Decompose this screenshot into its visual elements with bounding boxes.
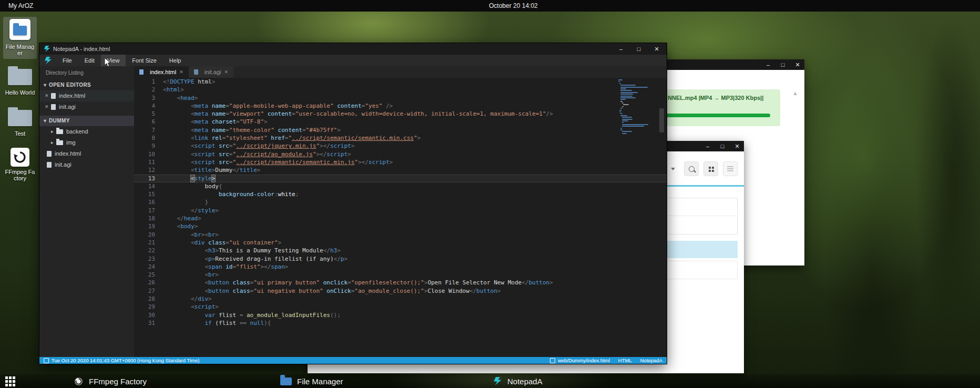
taskbar: FFmpeg Factory File Manager NotepadA xyxy=(0,374,980,388)
folder-icon xyxy=(8,69,32,85)
menu-edit[interactable]: Edit xyxy=(78,55,101,66)
close-button[interactable]: ✕ xyxy=(794,62,801,68)
code-line[interactable]: 11 <script src="../script/semantic/seman… xyxy=(134,158,667,166)
close-icon[interactable]: ✕ xyxy=(45,101,51,113)
launcher-grid-icon xyxy=(5,376,15,386)
minimize-button[interactable]: – xyxy=(617,46,625,52)
tree-item-folder[interactable]: ▸img xyxy=(39,137,134,148)
chevron-right-icon: ▸ xyxy=(51,126,56,137)
code-line[interactable]: 22 <h3>This is a Dummy Testing Module</h… xyxy=(134,247,667,254)
close-icon[interactable]: ✕ xyxy=(179,69,183,75)
section-open-editors[interactable]: ▾OPEN EDITORS xyxy=(39,80,134,90)
chevron-right-icon: ▸ xyxy=(51,137,56,148)
tree-item-file[interactable]: init.agi xyxy=(39,159,134,170)
taskbar-item-file-manager[interactable]: File Manager xyxy=(280,374,343,388)
desktop-icon-ffmpeg-factory[interactable]: FFmpeg Factory xyxy=(3,148,37,181)
minimize-button[interactable]: – xyxy=(764,62,772,68)
code-line[interactable]: 24 <span id="flist"></span> xyxy=(134,263,667,271)
editor-scrollbar[interactable] xyxy=(659,108,664,132)
open-editor-item[interactable]: ✕init.agi xyxy=(39,101,134,113)
maximize-button[interactable]: □ xyxy=(635,46,642,52)
tab-label: init.agi xyxy=(205,69,221,75)
scroll-up-icon[interactable]: ▲ xyxy=(792,90,798,96)
desktop-icon-label: Test xyxy=(4,130,36,137)
code-line[interactable]: 3 <head> xyxy=(134,94,667,102)
close-button[interactable]: ✕ xyxy=(733,143,741,150)
section-project-dummy[interactable]: ▾DUMMY xyxy=(39,116,134,126)
menu-help[interactable]: Help xyxy=(163,55,188,66)
code-line[interactable]: 1<!DOCTYPE html> xyxy=(134,78,667,86)
app-launcher-button[interactable] xyxy=(5,374,15,388)
tab-init-agi[interactable]: init.agi ✕ xyxy=(189,66,233,78)
code-line[interactable]: 27 <button class="ui negative button" on… xyxy=(134,287,667,295)
status-datetime: Tue Oct 20 2020 14:01:43 GMT+0800 (Hong … xyxy=(44,358,199,363)
code-line[interactable]: 23 <p>Received drag-in filelist (if any)… xyxy=(134,255,667,263)
code-line[interactable]: 6 <meta charset="UTF-8"> xyxy=(134,118,667,126)
tree-item-file[interactable]: index.html xyxy=(39,148,134,159)
open-editor-item[interactable]: ✕index.html xyxy=(39,90,134,101)
aroz-brand[interactable]: My ArOZ xyxy=(8,0,33,12)
folder-icon xyxy=(56,129,63,134)
maximize-button[interactable]: □ xyxy=(779,62,787,68)
taskbar-item-ffmpeg-factory[interactable]: FFmpeg Factory xyxy=(74,374,147,388)
code-line[interactable]: 17 </style> xyxy=(134,207,667,215)
minimap[interactable] xyxy=(618,79,649,135)
code-line[interactable]: 10 <script src="../script/ao_module.js">… xyxy=(134,150,667,158)
chevron-down-icon[interactable] xyxy=(671,168,675,170)
code-line[interactable]: 2<html> xyxy=(134,86,667,94)
file-icon xyxy=(550,358,555,363)
close-icon[interactable]: ✕ xyxy=(224,69,228,75)
code-line[interactable]: 15 background-color:white; xyxy=(134,190,667,198)
code-line[interactable]: 4 <meta name="apple-mobile-web-app-capab… xyxy=(134,102,667,110)
code-line[interactable]: 5 <meta name="viewport" content="user-sc… xyxy=(134,110,667,118)
grid-view-button[interactable] xyxy=(703,161,718,176)
code-editor[interactable]: 1<!DOCTYPE html>2<html>3 <head>4 <meta n… xyxy=(134,78,667,357)
code-line[interactable]: 13 <style> xyxy=(134,175,667,182)
menu-file[interactable]: File xyxy=(56,55,78,66)
notepada-logo-icon xyxy=(44,56,52,65)
code-line[interactable]: 31 if (flist == null){ xyxy=(134,319,667,327)
open-editor-label: init.agi xyxy=(59,101,76,113)
code-line[interactable]: 16 } xyxy=(134,198,667,206)
desktop-icon-hello-world[interactable]: Hello World xyxy=(3,66,37,96)
folder-icon xyxy=(56,140,63,145)
code-line[interactable]: 7 <meta name="theme-color" content="#4b7… xyxy=(134,126,667,134)
notepada-titlebar[interactable]: NotepadA - index.html – □ ✕ xyxy=(39,43,667,55)
code-line[interactable]: 18 </head> xyxy=(134,215,667,222)
code-line[interactable]: 29 <script> xyxy=(134,303,667,311)
tab-bar: index.html ✕ init.agi ✕ xyxy=(134,66,667,78)
code-line[interactable]: 19 <body> xyxy=(134,222,667,230)
mouse-cursor xyxy=(104,57,111,67)
code-line[interactable]: 25 <br> xyxy=(134,271,667,279)
file-icon xyxy=(51,104,56,110)
code-line[interactable]: 20 <br><br> xyxy=(134,231,667,239)
maximize-button[interactable]: □ xyxy=(719,143,726,149)
search-button[interactable] xyxy=(684,161,699,176)
file-icon xyxy=(47,162,52,168)
code-line[interactable]: 26 <button class="ui primary button" onc… xyxy=(134,279,667,287)
editor-area: index.html ✕ init.agi ✕ 1<!DOCTYPE html>… xyxy=(134,66,667,357)
minimize-button[interactable]: – xyxy=(704,143,711,149)
code-line[interactable]: 30 var flist = ao_module_loadInputFiles(… xyxy=(134,311,667,319)
file-manager-app-icon xyxy=(9,19,30,40)
code-line[interactable]: 8 <link rel="stylesheet" href="../script… xyxy=(134,134,667,142)
tree-item-folder[interactable]: ▸backend xyxy=(39,126,134,137)
taskbar-item-notepada[interactable]: NotepadA xyxy=(493,374,543,388)
folder-icon xyxy=(280,377,292,385)
tab-index-html[interactable]: index.html ✕ xyxy=(134,66,189,78)
desktop-icon-file-manager[interactable]: File Manager xyxy=(3,17,37,59)
code-line[interactable]: 21 <div class="ui container"> xyxy=(134,239,667,247)
close-icon[interactable]: ✕ xyxy=(45,90,51,101)
code-line[interactable]: 9 <script src="../script/jquery.min.js">… xyxy=(134,142,667,150)
desktop: My ArOZ October 20 14:02 File Manager He… xyxy=(0,0,980,388)
code-line[interactable]: 12 <title>Dummy</title> xyxy=(134,166,667,174)
code-line[interactable]: 28 </div> xyxy=(134,295,667,303)
grid-view-icon xyxy=(709,167,711,169)
tree-item-label: index.html xyxy=(55,148,81,159)
desktop-icon-test[interactable]: Test xyxy=(3,107,37,137)
menu-font-size[interactable]: Font Size xyxy=(126,55,162,66)
code-line[interactable]: 14 body{ xyxy=(134,182,667,190)
list-view-button[interactable] xyxy=(723,161,738,176)
close-button[interactable]: ✕ xyxy=(653,46,660,53)
notepada-window: NotepadA - index.html – □ ✕ File Edit Vi… xyxy=(39,43,667,364)
